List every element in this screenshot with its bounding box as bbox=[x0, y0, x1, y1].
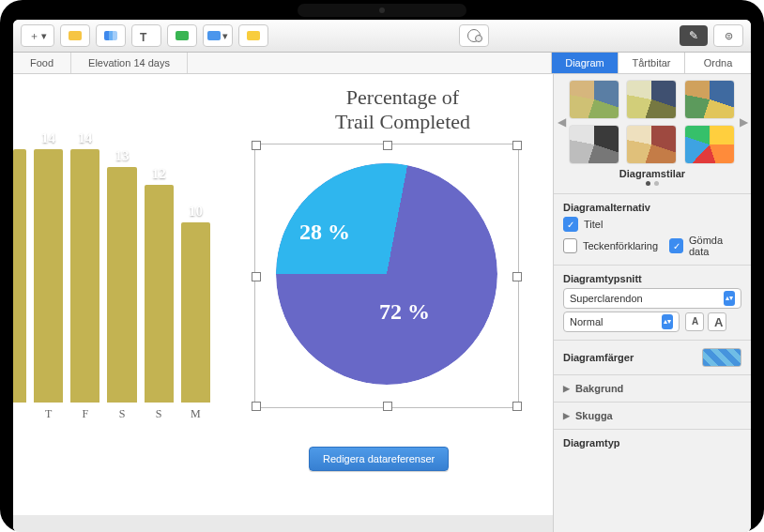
chart-style-5[interactable] bbox=[626, 125, 677, 164]
prev-styles-button[interactable]: ◀ bbox=[556, 115, 567, 129]
text-icon: T bbox=[140, 31, 153, 40]
toolbar: ＋▾ T ▾ ✎ bbox=[13, 20, 751, 53]
chevron-down-icon: ▾ bbox=[222, 31, 228, 41]
resize-handle[interactable] bbox=[512, 141, 522, 150]
bar: 13 bbox=[107, 167, 136, 403]
disclosure-triangle-icon: ▶ bbox=[563, 384, 570, 393]
bar bbox=[13, 149, 26, 403]
resize-handle[interactable] bbox=[383, 402, 392, 411]
device-frame: ＋▾ T ▾ ✎ bbox=[0, 0, 764, 532]
font-style-select[interactable]: Normal ▴▾ bbox=[563, 312, 680, 332]
font-size-increase-button[interactable]: A bbox=[708, 312, 726, 331]
tab-diagram[interactable]: Diagram bbox=[551, 53, 618, 73]
resize-handle[interactable] bbox=[252, 141, 261, 150]
chart-icon bbox=[104, 31, 117, 40]
format-inspector: ◀ ▶ Diagramstilar Diagramalternativ bbox=[553, 74, 751, 532]
chart-font-heading: Diagramtypsnitt bbox=[563, 273, 741, 284]
bar-chart[interactable]: 14 14 13 12 10 T F S S M bbox=[13, 149, 210, 473]
insert-media-button[interactable]: ▾ bbox=[204, 25, 232, 46]
bar: 12 bbox=[145, 185, 174, 403]
chart-colors-picker[interactable] bbox=[702, 348, 741, 367]
style-page-dots[interactable] bbox=[554, 181, 751, 186]
chevron-down-icon: ▾ bbox=[41, 31, 47, 41]
insert-table-button[interactable] bbox=[61, 25, 89, 46]
bar-x-label: S bbox=[145, 408, 174, 419]
camera bbox=[379, 8, 385, 13]
insert-shape-button[interactable] bbox=[168, 25, 196, 46]
format-panel-button[interactable]: ✎ bbox=[680, 25, 708, 46]
pie-label-minor: 28 % bbox=[299, 220, 350, 245]
bar: 14 bbox=[70, 149, 99, 403]
insert-menu-button[interactable]: ＋▾ bbox=[21, 24, 54, 47]
bar-value: 13 bbox=[115, 148, 130, 164]
pie-chart[interactable] bbox=[276, 163, 497, 385]
plus-icon: ＋ bbox=[29, 31, 39, 41]
dropdown-caret-icon: ▴▾ bbox=[662, 314, 673, 329]
sheet-tab-food[interactable]: Food bbox=[13, 53, 71, 73]
chart-options-heading: Diagramalternativ bbox=[563, 202, 741, 213]
hidden-data-checkbox[interactable]: ✓ bbox=[669, 238, 683, 253]
tab-arrange[interactable]: Ordna bbox=[684, 53, 751, 73]
pie-label-major: 72 % bbox=[379, 299, 430, 325]
note-icon bbox=[247, 31, 260, 40]
tab-wedges[interactable]: Tårtbitar bbox=[618, 53, 684, 73]
pie-slice-minor[interactable] bbox=[276, 163, 497, 385]
main-content: 14 14 13 12 10 T F S S M bbox=[13, 74, 751, 532]
legend-checkbox-label: Teckenförklaring bbox=[583, 240, 658, 251]
chart-style-3[interactable] bbox=[684, 80, 735, 119]
bar: 10 bbox=[181, 222, 210, 403]
chart-style-4[interactable] bbox=[569, 125, 619, 164]
edit-data-references-button[interactable]: Redigera datareferenser bbox=[309, 447, 449, 471]
resize-handle[interactable] bbox=[512, 272, 522, 281]
bar: 14 bbox=[34, 149, 63, 403]
font-family-select[interactable]: Superclarendon ▴▾ bbox=[563, 288, 741, 309]
bar-value: 10 bbox=[189, 204, 203, 220]
bar-value: 14 bbox=[78, 130, 92, 146]
insert-chart-button[interactable] bbox=[97, 25, 125, 46]
media-icon bbox=[207, 31, 221, 40]
chart-style-2[interactable] bbox=[626, 80, 677, 119]
disclosure-triangle-icon: ▶ bbox=[563, 411, 570, 420]
sheet-tab-bar: Food Elevation 14 days Diagram Tårtbitar… bbox=[13, 53, 751, 74]
hidden-data-checkbox-label: Gömda data bbox=[689, 235, 741, 257]
filter-icon: ⊜ bbox=[725, 31, 733, 41]
resize-handle[interactable] bbox=[512, 402, 522, 411]
font-family-value: Superclarendon bbox=[570, 293, 643, 304]
next-styles-button[interactable]: ▶ bbox=[738, 115, 749, 129]
collaborate-icon bbox=[467, 29, 481, 42]
paintbrush-icon: ✎ bbox=[689, 29, 698, 42]
chart-title[interactable]: Percentage of Trail Completed bbox=[295, 85, 511, 134]
organize-panel-button[interactable]: ⊜ bbox=[714, 25, 742, 46]
spreadsheet-canvas[interactable]: 14 14 13 12 10 T F S S M bbox=[13, 74, 553, 532]
bar-x-label: F bbox=[70, 408, 99, 419]
resize-handle[interactable] bbox=[252, 272, 261, 281]
insert-text-button[interactable]: T bbox=[132, 25, 160, 46]
font-size-decrease-button[interactable]: A bbox=[685, 312, 704, 331]
bar-value: 14 bbox=[41, 130, 55, 146]
chart-styles-label: Diagramstilar bbox=[554, 168, 751, 179]
table-icon bbox=[69, 31, 82, 40]
font-style-value: Normal bbox=[570, 316, 603, 327]
title-checkbox-label: Titel bbox=[584, 219, 603, 230]
legend-checkbox[interactable] bbox=[563, 238, 577, 253]
bar-value: 12 bbox=[152, 166, 166, 182]
chart-style-1[interactable] bbox=[569, 80, 619, 119]
chart-type-heading: Diagramtyp bbox=[563, 437, 741, 448]
resize-handle[interactable] bbox=[383, 141, 392, 150]
app-window: ＋▾ T ▾ ✎ bbox=[13, 20, 751, 532]
background-disclosure[interactable]: ▶ Bakgrund bbox=[563, 383, 741, 394]
insert-comment-button[interactable] bbox=[239, 25, 267, 46]
chart-style-6[interactable] bbox=[684, 125, 735, 164]
bar-x-label: M bbox=[181, 408, 210, 419]
collaborate-button[interactable] bbox=[460, 25, 488, 46]
shadow-disclosure[interactable]: ▶ Skugga bbox=[563, 410, 741, 421]
dropdown-caret-icon: ▴▾ bbox=[724, 291, 735, 306]
chart-styles-carousel: ◀ ▶ bbox=[554, 74, 751, 170]
chart-colors-heading: Diagramfärger bbox=[563, 352, 634, 363]
sheet-tab-elevation[interactable]: Elevation 14 days bbox=[71, 53, 188, 73]
bar-x-label: T bbox=[34, 408, 63, 419]
title-checkbox[interactable]: ✓ bbox=[563, 217, 578, 232]
resize-handle[interactable] bbox=[252, 402, 261, 411]
bar-x-label: S bbox=[107, 408, 136, 419]
shape-icon bbox=[176, 31, 189, 40]
